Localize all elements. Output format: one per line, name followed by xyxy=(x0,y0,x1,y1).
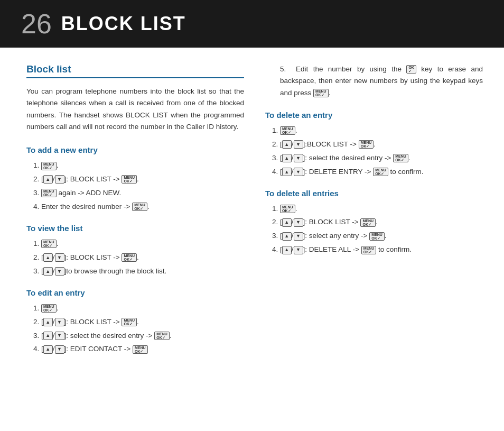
menu-key-icon: MENUOK✓ xyxy=(133,345,148,354)
menu-key-icon: MENUOK✓ xyxy=(280,205,295,213)
down-arrow-icon: ▼ xyxy=(294,218,303,227)
content-area: Block list You can program telephone num… xyxy=(0,48,504,431)
view-step-3: [▲/▼]to browse through the block list. xyxy=(41,265,244,278)
menu-key-icon: MENUOK✓ xyxy=(360,218,376,227)
menu-key-icon: MENUOK✓ xyxy=(41,162,57,170)
view-step-1: MENUOK✓. xyxy=(41,238,244,250)
up-arrow-icon: ▲ xyxy=(43,267,53,276)
add-step-2: [▲/▼]: BLOCK LIST -> MENUOK✓. xyxy=(41,173,244,186)
delete-entry-list: MENUOK✓. [▲/▼]:BLOCK LIST -> MENUOK✓. [▲… xyxy=(265,125,483,178)
menu-key-icon: MENUOK✓ xyxy=(122,175,137,184)
left-column: Block list You can program telephone num… xyxy=(26,63,244,415)
subsection-delete-all-title: To delete all entries xyxy=(265,189,483,198)
intro-text: You can program telephone numbers into t… xyxy=(26,86,244,133)
down-arrow-icon: ▼ xyxy=(55,318,64,326)
down-arrow-icon: ▼ xyxy=(294,232,303,241)
subsection-delete-all: To delete all entries MENUOK✓. [▲/▼]: BL… xyxy=(265,189,483,256)
page-header: 26 BLOCK LIST xyxy=(0,0,504,48)
delall-step-4: [▲/▼]: DELETE ALL -> MENUOK✓ to confirm. xyxy=(280,244,483,256)
subsection-edit-entry: To edit an entry MENUOK✓. [▲/▼]: BLOCK L… xyxy=(26,288,244,356)
up-arrow-icon: ▲ xyxy=(282,140,292,149)
ok-key-icon: OK✓ xyxy=(406,65,416,74)
subsection-view-list: To view the list MENUOK✓. [▲/▼]: BLOCK L… xyxy=(26,224,244,278)
add-step-3: MENUOK✓ again -> ADD NEW. xyxy=(41,187,244,199)
del-step-4: [▲/▼]: DELETE ENTRY -> MENUOK✓ to confir… xyxy=(280,166,483,178)
up-arrow-icon: ▲ xyxy=(43,345,53,354)
edit-step-2: [▲/▼]: BLOCK LIST -> MENUOK✓. xyxy=(41,316,244,328)
down-arrow-icon: ▼ xyxy=(294,246,303,254)
up-arrow-icon: ▲ xyxy=(282,246,292,254)
down-arrow-icon: ▼ xyxy=(55,175,64,184)
subsection-delete-entry: To delete an entry MENUOK✓. [▲/▼]:BLOCK … xyxy=(265,111,483,178)
add-step-4: Enter the desired number -> MENUOK✓. xyxy=(41,201,244,213)
edit-step-4: [▲/▼]: EDIT CONTACT -> MENUOK✓ xyxy=(41,343,244,355)
menu-key-icon: MENUOK✓ xyxy=(369,232,385,241)
view-step-2: [▲/▼]: BLOCK LIST -> MENUOK✓. xyxy=(41,252,244,264)
menu-key-icon: MENUOK✓ xyxy=(361,246,377,254)
delall-step-3: [▲/▼]: select any entry -> MENUOK✓. xyxy=(280,230,483,242)
view-list: MENUOK✓. [▲/▼]: BLOCK LIST -> MENUOK✓. [… xyxy=(26,238,244,278)
step5-text: 5. Edit the number by using the OK✓ key … xyxy=(280,63,483,99)
subsection-delete-title: To delete an entry xyxy=(265,111,483,120)
subsection-edit-title: To edit an entry xyxy=(26,288,244,297)
subsection-view-title: To view the list xyxy=(26,224,244,233)
delall-step-2: [▲/▼]: BLOCK LIST -> MENUOK✓. xyxy=(280,216,483,228)
edit-step-1: MENUOK✓. xyxy=(41,302,244,315)
down-arrow-icon: ▼ xyxy=(294,168,303,176)
del-step-3: [▲/▼]: select the desired entry -> MENUO… xyxy=(280,152,483,164)
menu-key-icon: MENUOK✓ xyxy=(132,203,147,211)
edit-list: MENUOK✓. [▲/▼]: BLOCK LIST -> MENUOK✓. [… xyxy=(26,302,244,356)
subsection-add-new: To add a new entry MENUOK✓. [▲/▼]: BLOCK… xyxy=(26,145,244,213)
up-arrow-icon: ▲ xyxy=(282,154,292,162)
chapter-number: 26 xyxy=(21,10,52,38)
down-arrow-icon: ▼ xyxy=(294,140,303,149)
delete-all-list: MENUOK✓. [▲/▼]: BLOCK LIST -> MENUOK✓. [… xyxy=(265,203,483,256)
menu-key-icon: MENUOK✓ xyxy=(280,126,295,135)
right-column: 5. Edit the number by using the OK✓ key … xyxy=(265,63,483,415)
down-arrow-icon: ▼ xyxy=(294,154,303,162)
add-step-1: MENUOK✓. xyxy=(41,160,244,172)
menu-key-icon: MENUOK✓ xyxy=(41,240,57,248)
delall-step-1: MENUOK✓. xyxy=(280,203,483,215)
down-arrow-icon: ▼ xyxy=(55,345,64,354)
menu-key-icon: MENUOK✓ xyxy=(154,332,170,340)
menu-key-icon: MENUOK✓ xyxy=(359,140,374,149)
menu-key-icon: MENUOK✓ xyxy=(122,318,137,326)
menu-key-icon: MENUOK✓ xyxy=(393,154,408,162)
menu-key-icon: MENUOK✓ xyxy=(41,189,57,197)
up-arrow-icon: ▲ xyxy=(282,232,292,241)
down-arrow-icon: ▼ xyxy=(55,253,64,262)
chapter-title: BLOCK LIST xyxy=(61,13,186,35)
down-arrow-icon: ▼ xyxy=(55,267,64,276)
up-arrow-icon: ▲ xyxy=(43,175,53,184)
up-arrow-icon: ▲ xyxy=(282,218,292,227)
menu-key-icon: MENUOK✓ xyxy=(122,253,137,262)
up-arrow-icon: ▲ xyxy=(43,332,53,340)
up-arrow-icon: ▲ xyxy=(43,253,53,262)
menu-key-icon: MENUOK✓ xyxy=(41,304,57,313)
up-arrow-icon: ▲ xyxy=(282,168,292,176)
del-step-2: [▲/▼]:BLOCK LIST -> MENUOK✓. xyxy=(280,139,483,151)
up-arrow-icon: ▲ xyxy=(43,318,53,326)
main-section-title: Block list xyxy=(26,63,244,78)
add-new-list: MENUOK✓. [▲/▼]: BLOCK LIST -> MENUOK✓. M… xyxy=(26,160,244,213)
edit-step-3: [▲/▼]: select the desired entry -> MENUO… xyxy=(41,330,244,342)
subsection-add-new-title: To add a new entry xyxy=(26,145,244,154)
menu-key-icon: MENUOK✓ xyxy=(313,89,329,97)
menu-key-icon: MENUOK✓ xyxy=(373,168,388,176)
del-step-1: MENUOK✓. xyxy=(280,125,483,137)
down-arrow-icon: ▼ xyxy=(55,332,64,340)
step5-paragraph: 5. Edit the number by using the OK✓ key … xyxy=(265,63,483,99)
